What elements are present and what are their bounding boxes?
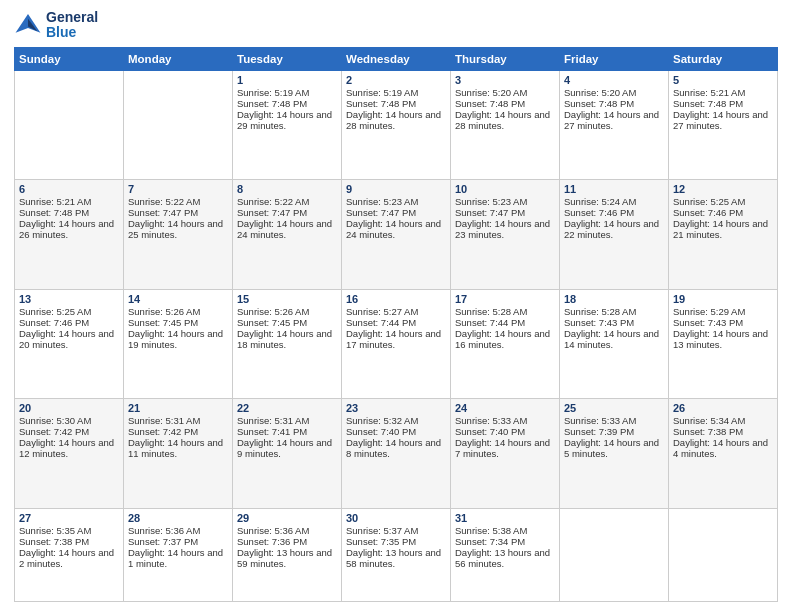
day-number: 11 [564,183,664,195]
calendar-cell: 14Sunrise: 5:26 AMSunset: 7:45 PMDayligh… [124,289,233,398]
day-number: 22 [237,402,337,414]
day-info: Daylight: 14 hours and 25 minutes. [128,218,228,240]
day-number: 29 [237,512,337,524]
calendar-cell: 17Sunrise: 5:28 AMSunset: 7:44 PMDayligh… [451,289,560,398]
calendar-cell: 26Sunrise: 5:34 AMSunset: 7:38 PMDayligh… [669,399,778,508]
day-number: 30 [346,512,446,524]
day-info: Sunset: 7:44 PM [346,317,446,328]
day-info: Sunrise: 5:30 AM [19,415,119,426]
day-info: Daylight: 14 hours and 19 minutes. [128,328,228,350]
calendar-cell: 28Sunrise: 5:36 AMSunset: 7:37 PMDayligh… [124,508,233,601]
calendar-cell: 13Sunrise: 5:25 AMSunset: 7:46 PMDayligh… [15,289,124,398]
day-number: 15 [237,293,337,305]
page: General Blue SundayMondayTuesdayWednesda… [0,0,792,612]
day-info: Sunrise: 5:31 AM [237,415,337,426]
calendar-cell [15,70,124,179]
day-info: Sunrise: 5:26 AM [128,306,228,317]
day-info: Sunrise: 5:33 AM [455,415,555,426]
day-info: Sunset: 7:36 PM [237,536,337,547]
calendar-cell: 24Sunrise: 5:33 AMSunset: 7:40 PMDayligh… [451,399,560,508]
day-header-tuesday: Tuesday [233,47,342,70]
calendar-cell [560,508,669,601]
calendar-week-4: 20Sunrise: 5:30 AMSunset: 7:42 PMDayligh… [15,399,778,508]
day-info: Sunrise: 5:25 AM [673,196,773,207]
day-number: 24 [455,402,555,414]
day-info: Sunrise: 5:27 AM [346,306,446,317]
day-info: Sunrise: 5:36 AM [128,525,228,536]
day-number: 19 [673,293,773,305]
day-info: Sunset: 7:47 PM [128,207,228,218]
calendar-cell: 19Sunrise: 5:29 AMSunset: 7:43 PMDayligh… [669,289,778,398]
day-number: 21 [128,402,228,414]
day-info: Daylight: 14 hours and 20 minutes. [19,328,119,350]
day-info: Sunset: 7:38 PM [19,536,119,547]
calendar-cell: 30Sunrise: 5:37 AMSunset: 7:35 PMDayligh… [342,508,451,601]
day-number: 13 [19,293,119,305]
calendar-cell: 12Sunrise: 5:25 AMSunset: 7:46 PMDayligh… [669,180,778,289]
day-header-thursday: Thursday [451,47,560,70]
day-info: Daylight: 14 hours and 16 minutes. [455,328,555,350]
day-number: 3 [455,74,555,86]
day-info: Sunset: 7:46 PM [19,317,119,328]
day-info: Daylight: 14 hours and 1 minute. [128,547,228,569]
calendar-cell: 7Sunrise: 5:22 AMSunset: 7:47 PMDaylight… [124,180,233,289]
day-info: Sunset: 7:47 PM [455,207,555,218]
day-info: Daylight: 14 hours and 5 minutes. [564,437,664,459]
day-info: Daylight: 13 hours and 56 minutes. [455,547,555,569]
day-number: 7 [128,183,228,195]
calendar-cell: 21Sunrise: 5:31 AMSunset: 7:42 PMDayligh… [124,399,233,508]
day-info: Sunset: 7:47 PM [346,207,446,218]
calendar-table: SundayMondayTuesdayWednesdayThursdayFrid… [14,47,778,602]
day-info: Daylight: 14 hours and 22 minutes. [564,218,664,240]
day-number: 2 [346,74,446,86]
calendar-cell: 22Sunrise: 5:31 AMSunset: 7:41 PMDayligh… [233,399,342,508]
day-info: Sunset: 7:42 PM [128,426,228,437]
calendar-cell: 11Sunrise: 5:24 AMSunset: 7:46 PMDayligh… [560,180,669,289]
calendar-cell: 16Sunrise: 5:27 AMSunset: 7:44 PMDayligh… [342,289,451,398]
day-info: Sunset: 7:48 PM [237,98,337,109]
day-header-wednesday: Wednesday [342,47,451,70]
day-info: Sunset: 7:41 PM [237,426,337,437]
calendar-week-3: 13Sunrise: 5:25 AMSunset: 7:46 PMDayligh… [15,289,778,398]
day-number: 8 [237,183,337,195]
day-info: Sunrise: 5:26 AM [237,306,337,317]
day-info: Sunrise: 5:31 AM [128,415,228,426]
calendar-cell: 29Sunrise: 5:36 AMSunset: 7:36 PMDayligh… [233,508,342,601]
day-info: Daylight: 14 hours and 14 minutes. [564,328,664,350]
day-info: Daylight: 14 hours and 21 minutes. [673,218,773,240]
day-info: Daylight: 14 hours and 29 minutes. [237,109,337,131]
day-number: 31 [455,512,555,524]
logo-text: General Blue [46,10,98,41]
day-header-sunday: Sunday [15,47,124,70]
day-info: Sunrise: 5:20 AM [455,87,555,98]
day-number: 27 [19,512,119,524]
day-number: 9 [346,183,446,195]
day-info: Sunrise: 5:37 AM [346,525,446,536]
calendar-cell: 5Sunrise: 5:21 AMSunset: 7:48 PMDaylight… [669,70,778,179]
header: General Blue [14,10,778,41]
day-number: 23 [346,402,446,414]
day-info: Sunset: 7:34 PM [455,536,555,547]
calendar-cell: 27Sunrise: 5:35 AMSunset: 7:38 PMDayligh… [15,508,124,601]
day-info: Sunset: 7:38 PM [673,426,773,437]
calendar-cell: 23Sunrise: 5:32 AMSunset: 7:40 PMDayligh… [342,399,451,508]
day-info: Sunset: 7:40 PM [346,426,446,437]
day-info: Sunset: 7:35 PM [346,536,446,547]
calendar-cell: 31Sunrise: 5:38 AMSunset: 7:34 PMDayligh… [451,508,560,601]
day-info: Sunrise: 5:28 AM [564,306,664,317]
day-number: 5 [673,74,773,86]
calendar-cell: 15Sunrise: 5:26 AMSunset: 7:45 PMDayligh… [233,289,342,398]
day-number: 12 [673,183,773,195]
day-number: 28 [128,512,228,524]
day-info: Daylight: 14 hours and 9 minutes. [237,437,337,459]
day-info: Sunset: 7:47 PM [237,207,337,218]
day-info: Sunrise: 5:28 AM [455,306,555,317]
day-info: Sunset: 7:45 PM [128,317,228,328]
day-header-friday: Friday [560,47,669,70]
day-info: Sunrise: 5:20 AM [564,87,664,98]
day-info: Daylight: 14 hours and 27 minutes. [673,109,773,131]
day-info: Sunset: 7:40 PM [455,426,555,437]
day-info: Sunrise: 5:24 AM [564,196,664,207]
day-info: Daylight: 14 hours and 8 minutes. [346,437,446,459]
calendar-cell: 1Sunrise: 5:19 AMSunset: 7:48 PMDaylight… [233,70,342,179]
